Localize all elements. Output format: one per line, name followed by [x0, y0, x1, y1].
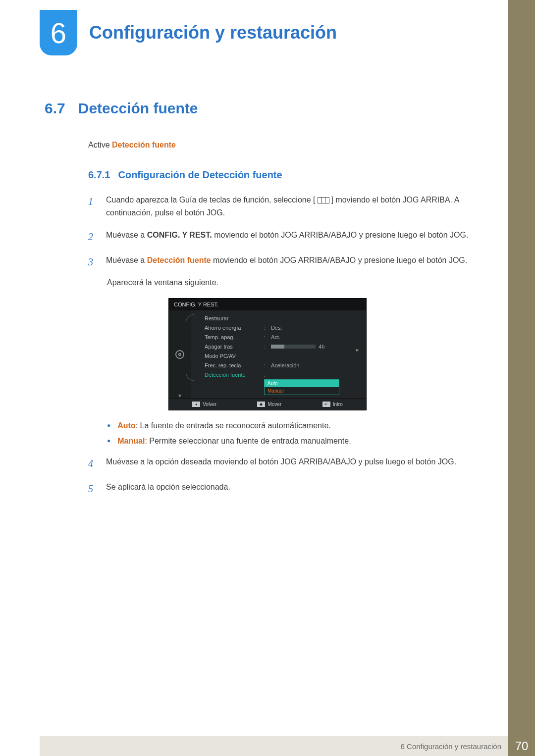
osd-label: Ahorro energía: [205, 325, 264, 331]
step-number: 1: [88, 194, 97, 220]
osd-left-rail: ▾: [169, 310, 191, 398]
step-number: 4: [88, 455, 97, 472]
page-footer: 6 Configuración y restauración 70: [0, 736, 535, 756]
enter-key-icon: ↵: [322, 402, 330, 407]
step3-b: moviendo el botón JOG ARRIBA/ABAJO y pre…: [211, 256, 468, 264]
osd-label: Temp. apag.: [205, 334, 264, 340]
subsection-number: 6.7.1: [88, 169, 110, 181]
subsection-heading: 6.7.1 Configuración de Detección fuente: [88, 169, 490, 181]
osd-arc: [186, 314, 194, 381]
osd-list: Restaurar Ahorro energía:Des. Temp. apag…: [191, 310, 366, 398]
step1-a: Cuando aparezca la Guía de teclas de fun…: [106, 196, 316, 204]
return-key-icon: ◂: [192, 402, 200, 407]
bullet-key: Auto: [117, 421, 135, 430]
osd-body: ▾ Restaurar Ahorro energía:Des. Temp. ap…: [169, 310, 366, 398]
bullet-manual: ● Manual: Permite seleccionar una fuente…: [107, 434, 490, 449]
chapter-title: Configuración y restauración: [89, 22, 337, 43]
osd-row-source: Detección fuente:: [195, 370, 362, 379]
chevron-down-icon: ▾: [178, 392, 181, 399]
osd-colon: :: [264, 362, 271, 368]
intro-em: Detección fuente: [112, 141, 176, 149]
page-content: 6.7 Detección fuente Active Detección fu…: [0, 55, 535, 497]
osd-colon: :: [264, 334, 271, 340]
step2-a: Muévase a: [106, 231, 147, 239]
section-heading: 6.7 Detección fuente: [45, 100, 490, 117]
step3-a: Muévase a: [106, 256, 147, 264]
step-5: 5 Se aplicará la opción seleccionada.: [88, 481, 490, 497]
osd-value: Aceleración: [271, 362, 362, 368]
step-number: 2: [88, 229, 97, 245]
osd-footer-intro: ↵Intro: [322, 402, 343, 407]
osd-row-frec: Frec. rep. tecla:Aceleración: [195, 360, 362, 370]
bullet-dot-icon: ●: [107, 434, 110, 449]
step-body: Muévase a CONFIG. Y REST. moviendo el bo…: [106, 229, 490, 245]
osd-row-temp: Temp. apag.:Act.: [195, 332, 362, 342]
osd-footer-mover: ◆Mover: [257, 402, 281, 407]
osd-value: Act.: [271, 334, 362, 340]
gear-icon: [175, 350, 184, 359]
step3-trailing: Aparecerá la ventana siguiente.: [107, 276, 490, 289]
osd-row-apagar: Apagar tras: 4h▸: [195, 342, 362, 351]
osd-slider-val: 4h: [319, 344, 324, 350]
bullet-auto: ● Auto: La fuente de entrada se reconoce…: [107, 418, 490, 433]
osd-footer-volver: ◂Volver: [192, 402, 216, 407]
step2-b: moviendo el botón JOG ARRIBA/ABAJO y pre…: [212, 231, 469, 239]
osd-footer-label: Intro: [333, 402, 343, 407]
osd-value: Des.: [271, 325, 362, 331]
osd-footer-label: Mover: [268, 402, 281, 407]
osd-label: Restaurar: [205, 315, 264, 321]
bullet-text: : Permite seleccionar una fuente de entr…: [145, 437, 351, 445]
osd-footer-label: Volver: [203, 402, 216, 407]
step-2: 2 Muévase a CONFIG. Y REST. moviendo el …: [88, 229, 490, 245]
osd-panel: CONFIG. Y REST. ▾ Restaurar Ahorro energ…: [168, 298, 367, 410]
step-number: 3: [88, 254, 97, 270]
osd-colon: :: [264, 372, 271, 378]
osd-colon: :: [264, 325, 271, 331]
right-accent-band: [508, 0, 535, 756]
osd-option-manual: Manual: [265, 387, 339, 395]
step2-strong: CONFIG. Y REST.: [147, 231, 212, 239]
osd-label: Modo PC/AV: [205, 353, 264, 359]
osd-option-auto: Auto: [265, 380, 339, 387]
step-body: Muévase a la opción deseada moviendo el …: [106, 455, 490, 472]
osd-colon: :: [264, 344, 271, 350]
option-bullets: ● Auto: La fuente de entrada se reconoce…: [107, 418, 490, 449]
intro-pre: Active: [88, 141, 112, 149]
osd-row-modo: Modo PC/AV: [195, 351, 362, 360]
osd-dropdown: Auto Manual: [264, 379, 339, 395]
section-title: Detección fuente: [78, 100, 198, 117]
step3-em: Detección fuente: [147, 256, 211, 264]
osd-footer: ◂Volver ◆Mover ↵Intro: [169, 398, 366, 410]
bullet-body: Auto: La fuente de entrada se reconocerá…: [117, 418, 330, 433]
move-key-icon: ◆: [257, 402, 265, 407]
osd-label: Frec. rep. tecla: [205, 362, 264, 368]
step-body: Se aplicará la opción seleccionada.: [106, 481, 490, 497]
bullet-key: Manual: [117, 437, 145, 445]
chapter-number-badge: 6: [40, 10, 77, 55]
menu-icon: [318, 197, 329, 203]
osd-title: CONFIG. Y REST.: [169, 299, 366, 310]
step-body: Cuando aparezca la Guía de teclas de fun…: [106, 194, 490, 220]
footer-text: 6 Configuración y restauración: [401, 742, 501, 751]
osd-value: 4h: [271, 344, 362, 350]
osd-label: Detección fuente: [205, 372, 264, 378]
footer-bar: 6 Configuración y restauración: [40, 736, 508, 756]
step-1: 1 Cuando aparezca la Guía de teclas de f…: [88, 194, 490, 220]
page-number: 70: [508, 736, 535, 756]
osd-row-restaurar: Restaurar: [195, 313, 362, 323]
intro-line: Active Detección fuente: [88, 141, 490, 150]
osd-row-ahorro: Ahorro energía:Des.: [195, 323, 362, 332]
subsection-title: Configuración de Detección fuente: [118, 169, 282, 181]
osd-label: Apagar tras: [205, 344, 264, 350]
bullet-text: : La fuente de entrada se reconocerá aut…: [136, 421, 331, 430]
chevron-right-icon: ▸: [356, 347, 359, 353]
step-3: 3 Muévase a Detección fuente moviendo el…: [88, 254, 490, 270]
step-body: Muévase a Detección fuente moviendo el b…: [106, 254, 490, 270]
chapter-header: 6 Configuración y restauración: [0, 0, 535, 55]
section-number: 6.7: [45, 100, 65, 117]
osd-slider: [271, 345, 316, 349]
bullet-body: Manual: Permite seleccionar una fuente d…: [117, 434, 351, 449]
bullet-dot-icon: ●: [107, 418, 110, 433]
step-number: 5: [88, 481, 97, 497]
osd-screenshot: CONFIG. Y REST. ▾ Restaurar Ahorro energ…: [45, 298, 490, 410]
